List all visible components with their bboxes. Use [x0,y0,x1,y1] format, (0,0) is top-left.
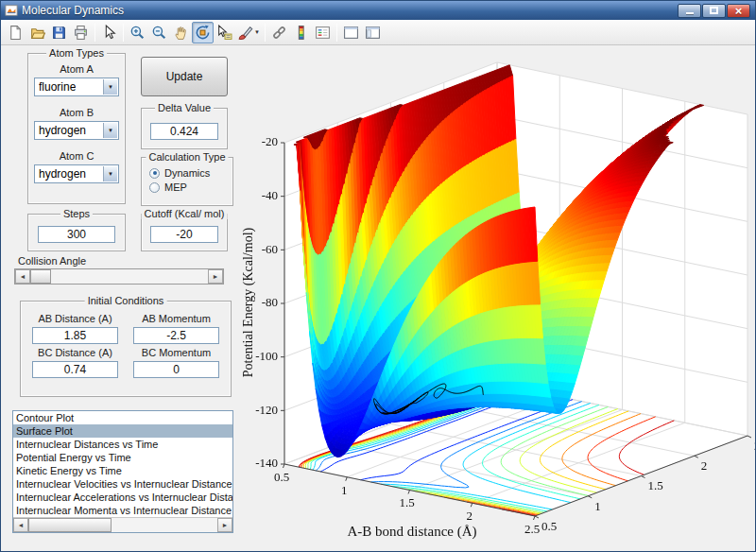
save-figure-icon [51,25,67,41]
dropdown-value: fluorine [39,80,76,94]
save-figure-button[interactable] [48,22,70,43]
new-figure-button[interactable] [5,22,26,43]
data-cursor-button[interactable] [214,22,235,43]
list-item[interactable]: Internuclear Momenta vs Internuclear Dis… [13,504,232,517]
list-item[interactable]: Potential Energy vs Time [13,451,232,464]
chevron-down-icon[interactable]: ▼ [103,166,117,181]
list-item[interactable]: Surface Plot [13,424,232,438]
slider-right-button[interactable]: ► [208,269,223,284]
radio-mep[interactable]: MEP [149,181,232,193]
maximize-button[interactable] [702,4,726,18]
ic-input[interactable]: 0.74 [32,361,118,378]
hide-plot-tools-button[interactable] [340,22,362,43]
steps-panel: Steps 300 [27,214,126,251]
hide-plot-tools-icon [343,25,359,41]
radio-dynamics[interactable]: Dynamics [149,167,232,179]
radio-selected-icon [149,168,160,179]
pan-icon [173,25,189,41]
chevron-down-icon[interactable]: ▼ [103,79,117,95]
slider-left-button[interactable]: ◄ [15,269,30,284]
open-file-icon [29,25,45,41]
list-item[interactable]: Internuclear Velocities vs Internuclear … [13,477,232,491]
print-figure-button[interactable] [70,22,92,43]
panel-title: Cutoff (Kcal/ mol) [142,208,228,219]
radio-unselected-icon [149,182,160,193]
delta-value-input[interactable]: 0.424 [150,123,218,140]
show-plot-tools-button[interactable] [362,22,384,43]
app-window: Molecular Dynamics × ▼ Atom Types Atom A… [0,0,756,552]
rotate-3d-icon [195,25,211,41]
list-item[interactable]: Kinetic Energy vs Time [13,464,232,477]
minimize-button[interactable] [678,4,701,18]
insert-colorbar-icon [293,25,309,41]
ic-input[interactable]: -2.5 [133,327,219,344]
slider-thumb[interactable] [30,269,51,284]
insert-legend-button[interactable] [312,22,334,43]
listbox-items: Contour PlotSurface PlotInternuclear Dis… [13,411,232,517]
x-axis-label: A-B bond distance (Å) [318,524,507,540]
atom-label: Atom A [28,63,125,75]
scroll-track[interactable] [28,518,217,532]
dropdown-value: hydrogen [39,167,86,181]
maximize-icon [710,7,718,14]
cutoff-input[interactable]: -20 [150,226,218,243]
collision-angle-label: Collision Angle [18,255,86,267]
zoom-in-button[interactable] [127,22,148,43]
window-controls: × [678,4,750,18]
slider-track[interactable] [30,269,208,284]
show-plot-tools-icon [365,25,381,41]
panel-title: Initial Conditions [85,295,167,306]
surface-plot-canvas[interactable] [237,45,756,552]
collision-angle-slider[interactable]: ◄ ► [14,268,224,285]
update-button[interactable]: Update [141,57,228,96]
panel-title: Calculation Type [146,151,228,163]
close-button[interactable]: × [727,4,750,18]
list-item[interactable]: Internuclear Accelerations vs Internucle… [13,491,232,504]
content: Atom Types Atom Afluorine▼Atom Bhydrogen… [1,45,755,551]
radio-label: Dynamics [164,167,210,179]
toolbar-separator [94,24,95,42]
atom-b-dropdown[interactable]: hydrogen▼ [34,121,119,140]
scroll-right-button[interactable]: ► [217,518,232,532]
list-item[interactable]: Contour Plot [13,411,232,424]
chevron-down-icon[interactable]: ▼ [103,123,117,138]
zoom-out-button[interactable] [148,22,170,43]
scroll-left-button[interactable]: ◄ [13,518,28,532]
zoom-in-icon [129,25,146,41]
atom-types-panel: Atom Types Atom Afluorine▼Atom Bhydrogen… [27,53,126,204]
edit-plot-button[interactable] [98,22,120,43]
title-bar[interactable]: Molecular Dynamics × [1,1,755,20]
initial-conditions-grid: AB Distance (A)AB Momentum1.85-2.5BC Dis… [21,302,231,378]
ic-label: BC Momentum [133,347,219,358]
atom-label: Atom C [28,150,125,162]
window-title: Molecular Dynamics [22,4,674,17]
scroll-thumb[interactable] [28,518,112,532]
atom-fields: Atom Afluorine▼Atom Bhydrogen▼Atom Chydr… [28,54,125,183]
ic-input[interactable]: 0 [133,361,219,378]
atom-a-dropdown[interactable]: fluorine▼ [34,78,119,96]
panel-title: Atom Types [46,47,107,59]
cutoff-panel: Cutoff (Kcal/ mol) -20 [141,214,228,251]
list-item[interactable]: Internuclear Distances vs Time [13,438,232,451]
delta-value-panel: Delta Value 0.424 [141,108,228,149]
ic-label: BC Distance (A) [32,347,118,358]
ic-label: AB Distance (A) [32,313,118,324]
dropdown-value: hydrogen [39,124,86,137]
open-file-button[interactable] [26,22,48,43]
brush-icon [237,25,253,41]
link-plots-button[interactable] [268,22,290,43]
app-icon [5,4,18,17]
toolbar: ▼ [1,20,755,45]
close-icon: × [735,5,743,17]
insert-colorbar-button[interactable] [290,22,312,43]
ic-input[interactable]: 1.85 [32,327,118,344]
print-figure-icon [73,25,89,41]
atom-c-dropdown[interactable]: hydrogen▼ [34,164,119,183]
steps-input[interactable]: 300 [38,226,115,243]
calculation-type-panel: Calculation Type DynamicsMEP [141,157,233,206]
pan-button[interactable] [170,22,192,43]
listbox-hscrollbar[interactable]: ◄ ► [13,517,232,532]
z-axis-label: Potential Energy (Kcal/mol) [241,194,256,411]
rotate-3d-button[interactable] [192,22,214,43]
brush-button[interactable]: ▼ [235,22,262,43]
